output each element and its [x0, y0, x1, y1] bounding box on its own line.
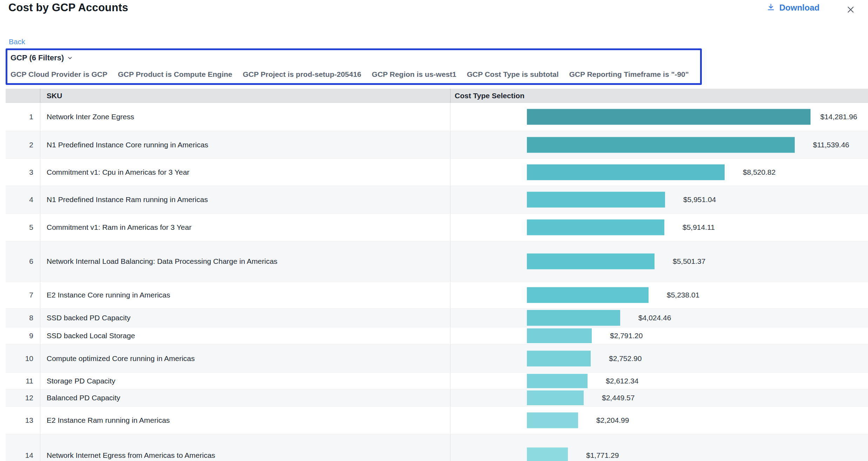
cost-bar: [527, 192, 665, 208]
row-index: 10: [6, 345, 40, 372]
download-icon: [766, 3, 775, 12]
cost-value-label: $5,238.01: [667, 291, 699, 299]
cost-value-label: $4,024.46: [638, 314, 671, 322]
filters-dropdown-label: GCP (6 Filters): [11, 53, 64, 62]
table-body: 1Network Inter Zone Egress$14,281.962N1 …: [6, 103, 868, 461]
row-index: 12: [6, 389, 40, 406]
cost-bar-cell: $5,951.04: [450, 186, 868, 213]
row-index: 1: [6, 103, 40, 131]
table-row: 4N1 Predefined Instance Ram running in A…: [6, 186, 868, 214]
table-header-sku: SKU: [40, 89, 450, 102]
filter-chip-list: GCP Cloud Provider is GCPGCP Product is …: [11, 70, 689, 79]
table-row: 5Commitment v1: Ram in Americas for 3 Ye…: [6, 214, 868, 241]
table-header-cost-type: Cost Type Selection: [450, 89, 868, 102]
filters-dropdown[interactable]: GCP (6 Filters): [11, 53, 73, 62]
sku-cell: E2 Instance Ram running in Americas: [40, 407, 450, 434]
sku-cell: Network Inter Zone Egress: [40, 103, 450, 131]
row-index: 14: [6, 434, 40, 461]
row-index: 9: [6, 327, 40, 344]
table-row: 11Storage PD Capacity$2,612.34: [6, 373, 868, 389]
cost-value-label: $5,914.11: [683, 223, 715, 232]
cost-bar-cell: $4,024.46: [450, 309, 868, 327]
sku-cell: Commitment v1: Cpu in Americas for 3 Yea…: [40, 159, 450, 186]
table-row: 8SSD backed PD Capacity$4,024.46: [6, 309, 868, 327]
cost-value-label: $2,752.90: [609, 354, 642, 363]
table-row: 14Network Internet Egress from Americas …: [6, 434, 868, 461]
row-index: 13: [6, 407, 40, 434]
filter-chip: GCP Cost Type is subtotal: [467, 70, 559, 79]
sku-cell: Network Internal Load Balancing: Data Pr…: [40, 241, 450, 281]
row-index: 7: [6, 282, 40, 308]
back-link[interactable]: Back: [9, 38, 25, 46]
cost-bar: [527, 374, 588, 388]
cost-value-label: $2,204.99: [596, 416, 629, 425]
cost-bar-cell: $2,791.20: [450, 327, 868, 344]
sku-cell: Commitment v1: Ram in Americas for 3 Yea…: [40, 214, 450, 241]
row-index: 11: [6, 373, 40, 389]
table-header-index: [6, 89, 40, 102]
cost-bar: [527, 413, 578, 428]
cost-bar-cell: $5,914.11: [450, 214, 868, 241]
cost-bar-cell: $2,752.90: [450, 345, 868, 372]
close-button[interactable]: [844, 3, 857, 16]
download-label: Download: [779, 3, 820, 13]
table-row: 2N1 Predefined Instance Core running in …: [6, 131, 868, 159]
table-row: 7E2 Instance Core running in Americas$5,…: [6, 282, 868, 309]
cost-bar: [527, 287, 649, 303]
filter-chip: GCP Region is us-west1: [372, 70, 456, 79]
row-index: 4: [6, 186, 40, 213]
cost-bar-cell: $2,204.99: [450, 407, 868, 434]
filter-chip: GCP Cloud Provider is GCP: [11, 70, 107, 79]
cost-value-label: $5,501.37: [673, 257, 705, 266]
cost-value-label: $11,539.46: [813, 141, 849, 149]
table-row: 12Balanced PD Capacity$2,449.57: [6, 389, 868, 407]
row-index: 3: [6, 159, 40, 186]
sku-cell: N1 Predefined Instance Ram running in Am…: [40, 186, 450, 213]
cost-bar: [527, 350, 591, 366]
cost-value-label: $1,771.29: [586, 451, 619, 460]
sku-cell: Balanced PD Capacity: [40, 389, 450, 406]
row-index: 6: [6, 241, 40, 281]
cost-value-label: $5,951.04: [683, 195, 716, 204]
table-row: 1Network Inter Zone Egress$14,281.96: [6, 103, 868, 131]
cost-bar-cell: $1,771.29: [450, 434, 868, 461]
cost-bar-cell: $2,449.57: [450, 389, 868, 406]
filter-chip: GCP Reporting Timeframe is "-90": [569, 70, 689, 79]
chevron-down-icon: [67, 55, 73, 61]
download-button[interactable]: Download: [766, 3, 820, 13]
cost-value-label: $2,449.57: [602, 394, 635, 402]
sku-cell: Storage PD Capacity: [40, 373, 450, 389]
row-index: 8: [6, 309, 40, 327]
table-row: 6Network Internal Load Balancing: Data P…: [6, 241, 868, 282]
table-header-row: SKU Cost Type Selection: [6, 89, 868, 103]
cost-bar-cell: $8,520.82: [450, 159, 868, 186]
sku-cell: E2 Instance Core running in Americas: [40, 282, 450, 308]
cost-bar-cell: $11,539.46: [450, 131, 868, 158]
page-title: Cost by GCP Accounts: [8, 1, 128, 14]
table-row: 13E2 Instance Ram running in Americas$2,…: [6, 407, 868, 434]
table-row: 10Compute optimized Core running in Amer…: [6, 345, 868, 373]
row-index: 5: [6, 214, 40, 241]
cost-value-label: $2,612.34: [606, 377, 638, 385]
row-index: 2: [6, 131, 40, 158]
close-icon: [846, 5, 855, 14]
sku-cell: SSD backed PD Capacity: [40, 309, 450, 327]
cost-bar: [527, 220, 664, 235]
filter-box: GCP (6 Filters) GCP Cloud Provider is GC…: [6, 48, 702, 85]
cost-value-label: $8,520.82: [743, 168, 775, 176]
cost-bar: [527, 254, 655, 269]
sku-cell: Compute optimized Core running in Americ…: [40, 345, 450, 372]
cost-bar-cell: $2,612.34: [450, 373, 868, 389]
filter-chip: GCP Project is prod-setup-205416: [243, 70, 361, 79]
table-row: 9SSD backed Local Storage$2,791.20: [6, 327, 868, 345]
table-row: 3Commitment v1: Cpu in Americas for 3 Ye…: [6, 159, 868, 186]
cost-value-label: $14,281.96: [820, 113, 857, 121]
cost-bar: [527, 310, 620, 326]
cost-bar: [527, 328, 592, 343]
cost-value-label: $2,791.20: [610, 332, 643, 340]
sku-cell: N1 Predefined Instance Core running in A…: [40, 131, 450, 158]
cost-bar-cell: $5,238.01: [450, 282, 868, 308]
cost-bar: [527, 390, 584, 405]
cost-bar: [527, 109, 811, 125]
cost-bar-cell: $5,501.37: [450, 241, 868, 281]
